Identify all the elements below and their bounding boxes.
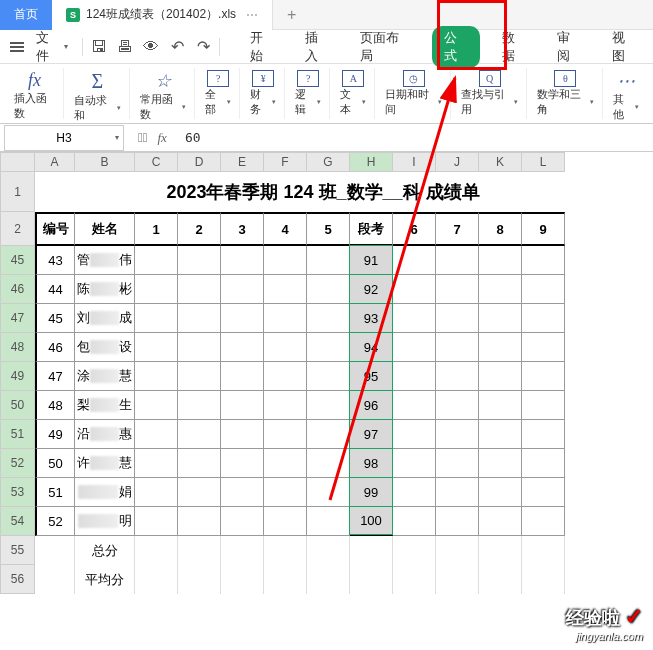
cell[interactable]: 96	[350, 391, 393, 420]
cell[interactable]: 3	[221, 212, 264, 246]
cell[interactable]	[135, 333, 178, 362]
cell[interactable]	[264, 362, 307, 391]
cell[interactable]	[307, 246, 350, 275]
cell[interactable]	[436, 275, 479, 304]
row-header[interactable]: 55	[0, 536, 35, 565]
cell[interactable]	[436, 449, 479, 478]
print-icon[interactable]: 🖶	[117, 39, 133, 55]
title-cell[interactable]: 2023年春季期 124 班_数学__科 成绩单	[35, 172, 611, 212]
cell[interactable]	[135, 507, 178, 536]
cell[interactable]: 49	[35, 420, 75, 449]
cell[interactable]	[307, 391, 350, 420]
cell[interactable]	[221, 478, 264, 507]
cell[interactable]	[178, 449, 221, 478]
cell[interactable]	[393, 304, 436, 333]
cell[interactable]	[178, 275, 221, 304]
cell[interactable]	[436, 507, 479, 536]
cell[interactable]	[221, 420, 264, 449]
cell[interactable]: 涂慧	[75, 362, 135, 391]
cell[interactable]	[264, 275, 307, 304]
cell[interactable]	[393, 275, 436, 304]
cell[interactable]: 许慧	[75, 449, 135, 478]
cell[interactable]: 1	[135, 212, 178, 246]
cell[interactable]	[221, 333, 264, 362]
cell[interactable]	[178, 391, 221, 420]
cell[interactable]	[135, 478, 178, 507]
col-header-J[interactable]: J	[436, 152, 479, 172]
cell[interactable]: 7	[436, 212, 479, 246]
ribbon-其他[interactable]: ⋯其他 ▾	[605, 68, 647, 119]
row-header[interactable]: 56	[0, 565, 35, 594]
ribbon-文本[interactable]: A文本 ▾	[332, 68, 375, 119]
cell[interactable]	[479, 391, 522, 420]
cell[interactable]	[393, 478, 436, 507]
cell[interactable]	[307, 507, 350, 536]
hamburger-icon[interactable]	[8, 40, 26, 54]
cell[interactable]	[135, 275, 178, 304]
ribbon-全部[interactable]: ?全部 ▾	[197, 68, 240, 119]
cell[interactable]: 编号	[35, 212, 75, 246]
row-header[interactable]: 52	[0, 449, 35, 478]
cell[interactable]: 95	[350, 362, 393, 391]
cell[interactable]: 5	[307, 212, 350, 246]
cell[interactable]	[178, 362, 221, 391]
cancel-icon[interactable]: ✕⃝	[138, 130, 148, 145]
cell[interactable]	[135, 246, 178, 275]
formula-input[interactable]: 60	[177, 130, 653, 145]
col-header-A[interactable]: A	[35, 152, 75, 172]
preview-icon[interactable]: 👁	[143, 39, 159, 55]
col-header-I[interactable]: I	[393, 152, 436, 172]
cell[interactable]: 4	[264, 212, 307, 246]
cell[interactable]	[479, 246, 522, 275]
row-header[interactable]: 1	[0, 172, 35, 212]
cell[interactable]	[479, 275, 522, 304]
ribbon-常用函数[interactable]: ☆常用函数 ▾	[132, 68, 196, 119]
cell[interactable]: 99	[350, 478, 393, 507]
cell[interactable]	[264, 391, 307, 420]
cell[interactable]	[436, 478, 479, 507]
cell[interactable]: 92	[350, 275, 393, 304]
cell[interactable]	[479, 362, 522, 391]
cell[interactable]: 明	[75, 507, 135, 536]
col-header-C[interactable]: C	[135, 152, 178, 172]
cell[interactable]: 100	[350, 507, 393, 536]
cell[interactable]: 48	[35, 391, 75, 420]
cell[interactable]	[221, 507, 264, 536]
cell[interactable]	[479, 333, 522, 362]
col-header-E[interactable]: E	[221, 152, 264, 172]
col-header-K[interactable]: K	[479, 152, 522, 172]
col-header-H[interactable]: H	[350, 152, 393, 172]
row-header[interactable]: 46	[0, 275, 35, 304]
tab-menu-icon[interactable]: ⋯	[246, 8, 258, 22]
row-header[interactable]: 53	[0, 478, 35, 507]
tab-add[interactable]: +	[273, 6, 310, 24]
menu-tab-视图[interactable]: 视图	[604, 26, 645, 68]
cell[interactable]	[393, 420, 436, 449]
cell[interactable]: 51	[35, 478, 75, 507]
cell[interactable]	[436, 333, 479, 362]
cell[interactable]	[479, 449, 522, 478]
cell[interactable]: 50	[35, 449, 75, 478]
cell[interactable]	[135, 391, 178, 420]
cell[interactable]: 8	[479, 212, 522, 246]
menu-tab-开始[interactable]: 开始	[242, 26, 283, 68]
cell[interactable]	[307, 362, 350, 391]
cell[interactable]: 段考	[350, 212, 393, 246]
cell[interactable]	[221, 246, 264, 275]
undo-icon[interactable]: ↶	[169, 39, 185, 55]
col-header-F[interactable]: F	[264, 152, 307, 172]
footer-label[interactable]: 总分	[75, 536, 135, 565]
ribbon-查找与引用[interactable]: Q查找与引用 ▾	[453, 68, 527, 119]
cell[interactable]: 98	[350, 449, 393, 478]
cell[interactable]	[436, 246, 479, 275]
cell[interactable]: 姓名	[75, 212, 135, 246]
col-header-D[interactable]: D	[178, 152, 221, 172]
cell[interactable]	[307, 449, 350, 478]
tab-file[interactable]: S 124班成绩表（201402）.xls ⋯	[52, 0, 273, 30]
cell[interactable]	[307, 275, 350, 304]
cell[interactable]	[522, 507, 565, 536]
name-box[interactable]: H3 ▾	[4, 125, 124, 151]
row-header[interactable]: 49	[0, 362, 35, 391]
cell[interactable]	[264, 449, 307, 478]
ribbon-财务[interactable]: ¥财务 ▾	[242, 68, 285, 119]
